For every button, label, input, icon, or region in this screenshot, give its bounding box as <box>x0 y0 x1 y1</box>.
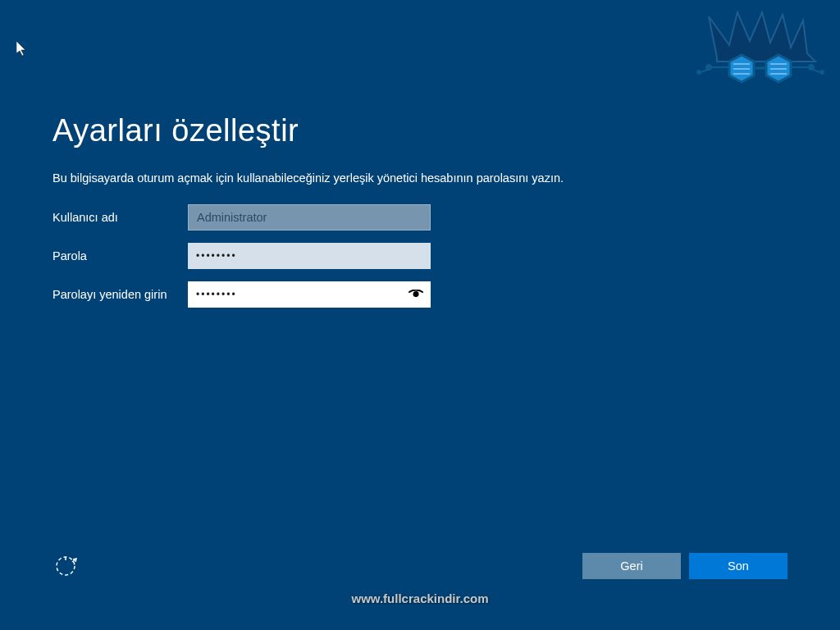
reveal-password-icon[interactable] <box>408 286 424 303</box>
svg-point-17 <box>413 291 419 297</box>
watermark-text: www.fullcrackindir.com <box>352 591 489 605</box>
username-label: Kullanıcı adı <box>52 211 188 224</box>
username-input <box>188 204 431 231</box>
main-content: Ayarları özelleştir Bu bilgisayarda otur… <box>52 113 788 320</box>
page-description: Bu bilgisayarda oturum açmak için kullan… <box>52 171 788 185</box>
svg-point-15 <box>819 70 824 75</box>
confirm-password-wrapper <box>188 281 431 308</box>
back-button[interactable]: Geri <box>582 553 681 579</box>
svg-line-16 <box>811 69 819 72</box>
password-label: Parola <box>52 249 188 262</box>
mouse-cursor-icon <box>16 41 30 61</box>
svg-point-13 <box>696 70 701 75</box>
password-row: Parola <box>52 243 788 269</box>
finish-button[interactable]: Son <box>689 553 788 579</box>
username-row: Kullanıcı adı <box>52 204 788 231</box>
mascot-logo-icon <box>692 8 836 107</box>
footer-bar: Geri Son <box>52 553 788 579</box>
ease-of-access-button[interactable] <box>52 553 79 579</box>
page-title: Ayarları özelleştir <box>52 113 788 148</box>
confirm-password-input[interactable] <box>188 281 431 308</box>
confirm-password-label: Parolayı yeniden girin <box>52 288 188 301</box>
svg-line-14 <box>701 69 709 72</box>
nav-button-group: Geri Son <box>582 553 788 579</box>
password-input[interactable] <box>188 243 431 269</box>
confirm-password-row: Parolayı yeniden girin <box>52 281 788 308</box>
